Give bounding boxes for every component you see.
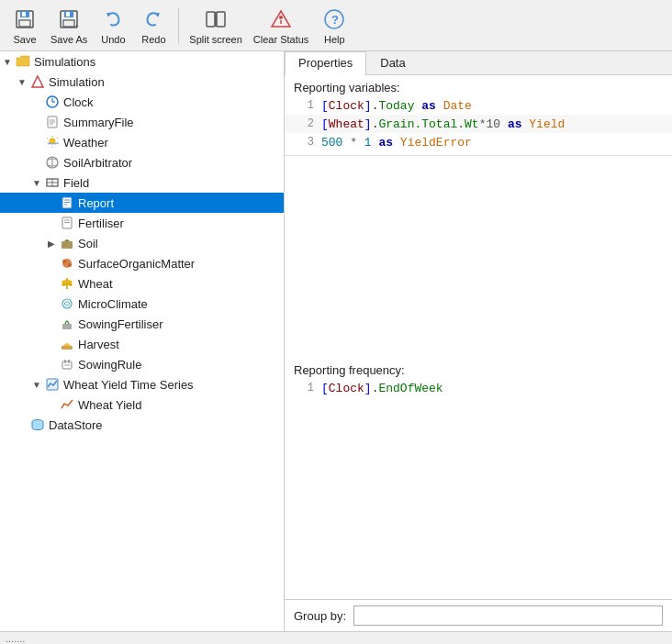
tab-data[interactable]: Data bbox=[366, 51, 419, 74]
tree-item-sowingrule[interactable]: SowingRule bbox=[0, 354, 284, 374]
tree-node-icon-sowfert bbox=[59, 316, 75, 332]
svg-text:?: ? bbox=[331, 13, 339, 27]
group-by-label: Group by: bbox=[294, 609, 346, 623]
tree-item-wheatyieldts[interactable]: ▼Wheat Yield Time Series bbox=[0, 374, 284, 394]
help-button[interactable]: ? Help bbox=[315, 4, 353, 48]
save-label: Save bbox=[13, 34, 36, 45]
group-by-input[interactable] bbox=[353, 605, 663, 626]
tree-node-label: Field bbox=[63, 176, 284, 190]
tree-expander: ▶ bbox=[44, 239, 59, 249]
tree-node-icon-wheat bbox=[59, 275, 75, 292]
tree-node-icon-field bbox=[44, 174, 61, 191]
tree-item-field[interactable]: ▼Field bbox=[0, 172, 284, 193]
tree-item-soilarbitrator[interactable]: SoilArbitrator bbox=[0, 152, 284, 172]
freq-code-area[interactable]: 1 [Clock].EndOfWeek bbox=[285, 379, 672, 397]
redo-button[interactable]: Redo bbox=[134, 4, 173, 48]
tree-node-label: Wheat Yield Time Series bbox=[63, 378, 284, 392]
tree-node-label: DataStore bbox=[49, 418, 284, 432]
svg-rect-44 bbox=[62, 241, 73, 249]
tree-node-label: Simulation bbox=[49, 75, 284, 89]
help-label: Help bbox=[324, 34, 345, 45]
clear-status-button[interactable]: Clear Status bbox=[249, 4, 314, 48]
tree-node-label: MicroClimate bbox=[78, 297, 284, 311]
tree-item-clock[interactable]: Clock bbox=[0, 92, 284, 112]
reporting-vars-code[interactable]: 1 [Clock].Today as Date 2 [Wheat].Grain.… bbox=[285, 96, 672, 151]
tree-expander: ▼ bbox=[29, 178, 44, 188]
svg-rect-12 bbox=[217, 12, 225, 27]
svg-rect-54 bbox=[62, 324, 72, 329]
tree-item-fertiliser[interactable]: Fertiliser bbox=[0, 213, 284, 233]
svg-text:+: + bbox=[74, 22, 79, 30]
code-line-1: 1 [Clock].Today as Date bbox=[285, 96, 672, 115]
svg-point-46 bbox=[62, 260, 66, 263]
tree-node-label: SoilArbitrator bbox=[63, 156, 284, 170]
tree-node-label: Clock bbox=[63, 95, 284, 109]
right-panel-content: Reporting variables: 1 [Clock].Today as … bbox=[285, 75, 672, 631]
tree-node-icon-weather bbox=[44, 134, 61, 150]
tab-properties[interactable]: Properties bbox=[285, 51, 366, 75]
tree-node-icon-clock bbox=[44, 94, 61, 110]
redo-icon bbox=[140, 6, 166, 32]
tree-node-label: Simulations bbox=[34, 55, 284, 69]
tree-node-label: Harvest bbox=[78, 338, 284, 351]
clear-status-label: Clear Status bbox=[253, 34, 309, 45]
tree-item-summaryfile[interactable]: SummaryFile bbox=[0, 112, 284, 132]
status-bar: ....... bbox=[0, 631, 672, 644]
tree-node-icon-soil bbox=[44, 154, 61, 171]
toolbar: Save + Save As Undo bbox=[0, 0, 672, 51]
right-panel: Properties Data Reporting variables: 1 [… bbox=[285, 51, 672, 631]
tree-item-wheatyield[interactable]: Wheat Yield bbox=[0, 394, 284, 415]
tree-item-sowingfertiliser[interactable]: SowingFertiliser bbox=[0, 314, 284, 334]
code-line-2: 2 [Wheat].Grain.Total.Wt*10 as Yield bbox=[285, 115, 672, 133]
reporting-freq-label: Reporting frequency: bbox=[285, 358, 672, 379]
tree-item-microclimate[interactable]: MicroClimate bbox=[0, 294, 284, 314]
tree-item-report[interactable]: Report bbox=[0, 193, 284, 213]
save-as-button[interactable]: + Save As bbox=[46, 4, 92, 48]
svg-marker-19 bbox=[32, 76, 43, 87]
tree-expander: ▼ bbox=[0, 57, 15, 67]
tree-item-soil[interactable]: ▶Soil bbox=[0, 233, 284, 253]
tree-node-label: Wheat bbox=[78, 277, 284, 291]
freq-spacer bbox=[285, 397, 672, 599]
tree-node-label: Fertiliser bbox=[78, 217, 284, 230]
tree-node-label: Soil bbox=[78, 237, 284, 250]
tree-node-label: SummaryFile bbox=[63, 116, 284, 129]
group-by-area: Group by: bbox=[285, 599, 672, 631]
svg-rect-41 bbox=[62, 217, 72, 228]
split-screen-button[interactable]: Split screen bbox=[185, 4, 246, 48]
tree-node-label: SowingFertiliser bbox=[78, 317, 284, 331]
help-icon: ? bbox=[321, 6, 347, 32]
save-icon bbox=[12, 6, 38, 32]
svg-point-47 bbox=[68, 263, 72, 267]
undo-icon bbox=[100, 6, 126, 32]
svg-rect-55 bbox=[62, 346, 73, 350]
tree-node-icon-report bbox=[59, 194, 75, 211]
svg-rect-11 bbox=[207, 12, 215, 27]
tree-node-icon-folder bbox=[15, 53, 31, 70]
tree-item-weather[interactable]: Weather bbox=[0, 132, 284, 152]
undo-button[interactable]: Undo bbox=[94, 4, 132, 48]
split-screen-label: Split screen bbox=[189, 34, 241, 45]
save-button[interactable]: Save bbox=[6, 4, 44, 48]
tree-node-icon-file bbox=[44, 114, 61, 130]
tabs-bar: Properties Data bbox=[285, 51, 672, 75]
tree-item-simulations[interactable]: ▼Simulations bbox=[0, 51, 284, 72]
svg-line-30 bbox=[47, 138, 48, 139]
spacer bbox=[285, 155, 672, 358]
tree-node-icon-som bbox=[59, 255, 75, 272]
svg-point-15 bbox=[279, 16, 283, 19]
tree-node-label: Report bbox=[78, 196, 284, 210]
tree-item-datastore[interactable]: DataStore bbox=[0, 415, 284, 435]
tree-item-simulation[interactable]: ▼Simulation bbox=[0, 72, 284, 92]
tree-node-icon-soil2 bbox=[59, 235, 75, 251]
tree-item-harvest[interactable]: Harvest bbox=[0, 334, 284, 354]
tree-node-label: Weather bbox=[63, 136, 284, 150]
tree-node-icon-harvest bbox=[59, 336, 75, 352]
svg-rect-37 bbox=[62, 197, 72, 208]
code-line-3: 3 500 * 1 as YieldError bbox=[285, 133, 672, 151]
svg-rect-3 bbox=[22, 12, 26, 17]
svg-rect-7 bbox=[66, 12, 70, 17]
tree-item-surfaceorganicmatter[interactable]: SurfaceOrganicMatter bbox=[0, 253, 284, 273]
tree-container: ▼Simulations▼SimulationClockSummaryFileW… bbox=[0, 51, 284, 435]
tree-item-wheat[interactable]: Wheat bbox=[0, 273, 284, 294]
